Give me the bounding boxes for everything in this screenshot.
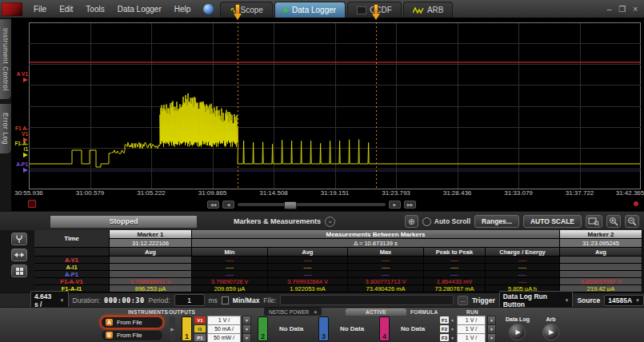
table-cell: 73.490426 mA [348,285,424,292]
menu-tools[interactable]: Tools [79,2,110,16]
zoom-select-button[interactable] [586,215,602,228]
row-label: F1-A-V1 [34,278,110,285]
chevron-down-icon: ▼ [564,298,569,303]
marker-2-stem [374,4,378,14]
markers-measurements-toggle[interactable]: Markers & Measurements ⌄ [234,217,335,227]
f3-scale-field[interactable]: 1 V / [457,333,486,342]
table-cell [110,271,192,278]
f2-dropdown-icon[interactable]: ▼ [450,327,455,332]
channel-label-a-v1[interactable]: A V1 [11,71,28,82]
info-orb-icon[interactable] [203,4,214,14]
channel-label-f1-a-v1[interactable]: F1 A-V1 [11,125,28,142]
active-tab[interactable]: ACTIVE [346,308,406,316]
grid-view-icon-button[interactable] [11,264,27,277]
tab-data-logger[interactable]: ▶ Data Logger [274,2,346,18]
sidebar-tab-instrument-control[interactable]: Instrument Control [0,19,11,99]
x-axis-tick-label: 31:00.579 [76,189,105,197]
tab-arb[interactable]: ARB [403,2,454,18]
tab-close-icon[interactable]: × [314,309,317,315]
zoom-in-button[interactable] [606,215,621,228]
file-field[interactable] [280,295,454,305]
i1-scale-dropdown[interactable]: ▼ [242,324,251,334]
time-header: Time [34,230,110,248]
output-channel-4: 4 No Data [379,316,434,341]
sidebar-tab-error-log[interactable]: Error Log [0,104,11,153]
tools-icon-button[interactable] [11,233,27,245]
data-log-play-button[interactable]: ▶ [509,324,526,340]
channel-label-a-p1[interactable]: A-P1 [11,161,28,173]
channel-3-bar[interactable]: 3 [318,316,329,341]
table-cell: 209.659 µA [192,285,268,292]
menu-data-logger[interactable]: Data Logger [111,2,168,16]
channel-4-bar[interactable]: 4 [379,316,390,341]
source-value: 14585A [608,296,632,304]
waveform-plot[interactable] [29,22,641,189]
menu-help[interactable]: Help [168,2,198,16]
blank-header-cell [34,248,110,256]
arb-play-button[interactable]: ▶ [542,324,559,340]
expander-button[interactable]: ▶ [170,316,175,341]
scroll-track[interactable] [238,203,386,206]
minimize-button[interactable]: – [607,5,612,14]
scroll-left-button[interactable]: ◀ [222,201,234,209]
f2-tag[interactable]: F2 [440,325,449,332]
f3-tag[interactable]: F3 [440,334,449,341]
marker-1-flag[interactable] [234,4,242,20]
from-file-b-button[interactable]: B From File [101,330,163,342]
app-window: File Edit Tools Data Logger Help ∿ Scope… [0,0,644,342]
marker1-time: 31:12.222106 [110,239,192,248]
auto-scroll-toggle[interactable]: Auto Scroll [422,217,470,226]
x-axis-tick-label: 30:55.936 [14,189,43,197]
f1-dropdown-icon[interactable]: ▼ [450,318,455,323]
v1-scale-dropdown[interactable]: ▼ [242,316,251,325]
browse-button[interactable]: ... [458,296,467,305]
table-cell: ---- [424,271,486,278]
ranges-button[interactable]: Ranges... [474,215,519,228]
crosshair-button[interactable]: ⊕ [405,215,418,228]
source-dropdown[interactable]: 14585A ▼ [604,295,644,306]
channel-2-bar[interactable]: 2 [258,316,268,341]
status-button[interactable]: Stopped [50,215,198,229]
minmax-checkbox[interactable] [222,296,229,304]
window-controls: – ❐ × [607,5,644,14]
table-cell [560,256,642,264]
p1-scale-field[interactable]: 50 mW / [207,333,241,342]
marker-2-arrow-icon [372,14,380,20]
tab-scope[interactable]: ∿ Scope [220,2,273,18]
p1-scale-dropdown[interactable]: ▼ [242,333,251,342]
scroll-start-button[interactable]: ◀◀ [207,201,219,209]
zoom-out-button[interactable] [625,215,639,228]
table-cell: 1.922053 mA [268,285,348,292]
x-axis-tick-label: 31:28.436 [443,189,472,197]
f1-tag[interactable]: F1 [440,316,449,324]
table-cell: 3.800037087 V [560,278,642,285]
output-channel-2: 2 No Data [258,316,312,341]
chevron-down-icon: ▼ [60,298,65,303]
f1-scale-dropdown[interactable]: ▼ [487,316,496,325]
marker-2-flag[interactable] [372,4,380,20]
instrument-bar: INSTRUMENTS OUTPUTS N6705C POWER × ACTIV… [0,307,644,342]
f3-dropdown-icon[interactable]: ▼ [450,336,455,340]
scroll-handle[interactable] [284,201,297,209]
f2-scale-dropdown[interactable]: ▼ [487,324,496,334]
row-label: A-P1 [34,271,110,278]
f3-scale-dropdown[interactable]: ▼ [487,333,496,342]
data-start-marker [28,200,36,208]
scroll-end-button[interactable]: ▶▶ [404,201,416,209]
marker1-header: Marker 1 [110,230,192,239]
menu-file[interactable]: File [27,2,53,16]
markers-icon-button[interactable] [11,249,27,261]
channel-1-bar[interactable]: 1 [182,316,192,341]
from-file-a-button[interactable]: A From File [101,316,163,328]
instrument-tab[interactable]: N6705C POWER × [264,308,322,316]
maximize-button[interactable]: ❐ [618,5,626,14]
data-log-label: Data Log [506,316,530,322]
close-button[interactable]: × [633,5,638,14]
menu-edit[interactable]: Edit [53,2,79,16]
p1-tag: P1 [194,334,206,341]
period-input[interactable] [174,294,205,306]
scroll-right-button[interactable]: ▶ [389,201,401,209]
timebase-value: 4.643 s / [34,292,57,308]
channel-label-f1-a-i1[interactable]: F1-A-I1 [11,141,28,157]
auto-scale-button[interactable]: AUTO SCALE [523,215,582,228]
